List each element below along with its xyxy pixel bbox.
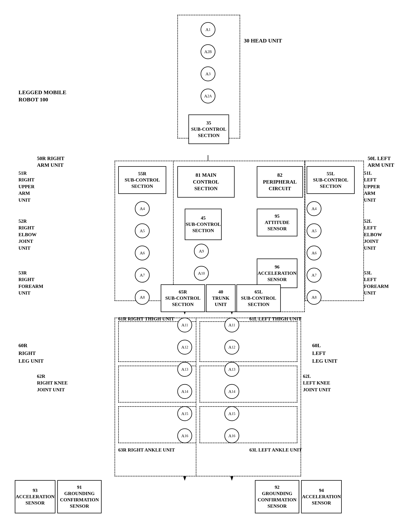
diagram: 30 HEAD UNIT A1 A2B A3 A2A 35SUB-CONTROL…	[0, 0, 416, 532]
circle-A9: A9	[194, 244, 209, 258]
circle-l-A5: A5	[307, 223, 321, 238]
circle-r-A4: A4	[135, 201, 150, 216]
left-arm-label: 50L LEFTARM UNIT	[368, 155, 394, 169]
circle-A1: A1	[201, 22, 215, 37]
label-60l: 60LLEFTLEG UNIT	[312, 342, 337, 365]
circle-r-A7: A7	[135, 268, 150, 283]
box-95-attitude: 95ATTITUDESENSOR	[257, 209, 297, 236]
circle-A3: A3	[201, 66, 215, 81]
box-93-accel: 93ACCELERATIONSENSOR	[15, 480, 55, 513]
box-55l-sub-control: 55LSUB-CONTROLSECTION	[307, 166, 355, 194]
circle-l-A13: A13	[224, 362, 239, 377]
circle-l-A16: A16	[224, 428, 239, 443]
left-ankle-box	[200, 406, 297, 443]
circle-l-A11: A11	[224, 318, 239, 332]
head-unit-label: 30 HEAD UNIT	[244, 37, 282, 44]
right-arm-label: 50R RIGHTARM UNIT	[37, 155, 65, 169]
circle-r-A12: A12	[177, 340, 192, 354]
label-51r: 51RRIGHTUPPERARMUNIT	[19, 170, 35, 203]
circle-l-A14: A14	[224, 384, 239, 399]
circle-r-A14: A14	[177, 384, 192, 399]
label-62l: 62LLEFT KNEEJOINT UNIT	[303, 373, 331, 393]
left-knee-box	[200, 366, 297, 403]
robot-label: LEGGED MOBILEROBOT 100	[19, 89, 66, 103]
circle-l-A7: A7	[307, 268, 321, 283]
box-91-grounding: 91GROUNDINGCONFIRMATIONSENSOR	[57, 480, 102, 513]
circle-r-A16: A16	[177, 428, 192, 443]
label-53l: 53LLEFTFOREARMUNIT	[364, 270, 389, 296]
circle-r-A13: A13	[177, 362, 192, 377]
circle-r-A6: A6	[135, 246, 150, 260]
box-65l-sub-control: 65LSUB-CONTROLSECTION	[236, 284, 281, 312]
label-62r: 62RRIGHT KNEEJOINT UNIT	[37, 373, 68, 393]
circle-r-A8: A8	[135, 290, 150, 305]
box-82-peripheral: 82PERIPHERALCIRCUIT	[257, 166, 303, 198]
label-61l: 61L LEFT THIGH UNIT	[249, 316, 301, 322]
label-63l: 63L LEFT ANKLE UNIT	[249, 447, 302, 453]
label-51l: 51LLEFTUPPERARMUNIT	[364, 170, 380, 203]
circle-A2A: A2A	[201, 89, 215, 104]
box-35-sub-control: 35SUB-CONTROLSECTION	[188, 114, 229, 144]
circle-A2B: A2B	[201, 44, 215, 59]
box-65r-sub-control: 65RSUB-CONTROLSECTION	[161, 284, 205, 312]
circle-r-A15: A15	[177, 406, 192, 421]
label-52l: 52LLEFTELBOWJOINTUNIT	[364, 218, 382, 251]
box-96-acceleration: 96ACCELERATIONSENSOR	[257, 258, 297, 288]
label-63r: 63R RIGHT ANKLE UNIT	[118, 447, 175, 453]
box-40-trunk: 40TRUNKUNIT	[206, 284, 235, 312]
circle-A10: A10	[194, 266, 209, 281]
circle-l-A6: A6	[307, 246, 321, 260]
circle-r-A5: A5	[135, 223, 150, 238]
circle-r-A11: A11	[177, 318, 192, 332]
box-92-grounding: 92GROUNDINGCONFIRMATIONSENSOR	[255, 480, 299, 513]
circle-l-A12: A12	[224, 340, 239, 354]
circle-l-A8: A8	[307, 290, 321, 305]
label-52r: 52RRIGHTELBOWJOINTUNIT	[19, 218, 37, 251]
left-thigh-box	[200, 321, 297, 362]
label-61r: 61R RIGHT THIGH UNIT	[118, 316, 174, 322]
label-53r: 53RRIGHTFOREARMUNIT	[19, 270, 43, 296]
box-94-accel: 94ACCELERATIONSENSOR	[301, 480, 342, 513]
circle-l-A4: A4	[307, 201, 321, 216]
circle-l-A15: A15	[224, 406, 239, 421]
label-60r: 60RRIGHTLEG UNIT	[19, 342, 44, 365]
box-55r-sub-control: 55RSUB-CONTROLSECTION	[118, 166, 166, 194]
box-45-sub-control: 45SUB-CONTROLSECTION	[185, 209, 222, 240]
box-81-main-control: 81 MAINCONTROLSECTION	[177, 166, 235, 198]
